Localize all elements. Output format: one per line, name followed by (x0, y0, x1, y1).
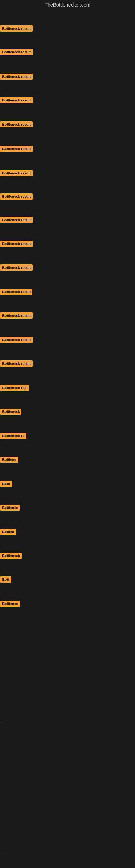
bottleneck-label: Bottleneck result (0, 170, 33, 176)
bottleneck-label: Bottlenec (0, 600, 20, 607)
bottleneck-badge-item[interactable]: Bottleneck result (0, 121, 33, 129)
bottleneck-label: Bottleneck re (0, 433, 27, 439)
bottleneck-label: Bottleneck result (0, 26, 33, 32)
bottleneck-badge-item[interactable]: Bottleneck re (0, 433, 27, 440)
bottleneck-badge-item[interactable]: Bott (0, 577, 11, 584)
bottleneck-label: Bottleneck result (0, 193, 33, 199)
bottleneck-label: Bottlenec (0, 504, 20, 511)
bottleneck-badge-item[interactable]: Bottleneck result (0, 361, 33, 368)
bottleneck-badge-item[interactable]: Bottleneck result (0, 170, 33, 177)
bottleneck-label: Bottl (0, 480, 12, 487)
bottleneck-badge-item[interactable]: Bottleneck (0, 553, 21, 560)
bottleneck-badge-item[interactable]: Bottleneck result (0, 217, 33, 224)
bottleneck-label: Bottleneck res (0, 384, 29, 391)
bottleneck-label: Bottleneck (0, 408, 21, 415)
bottleneck-label: Bottleneck result (0, 289, 32, 295)
bottleneck-label: Bottleneck result (0, 361, 33, 367)
bottleneck-badge-item[interactable]: Bottlenec (0, 504, 20, 512)
bottleneck-badge-item[interactable]: Bottleneck result (0, 289, 32, 296)
bottleneck-label: Bottleneck result (0, 121, 33, 127)
bottleneck-badge-item[interactable]: Bottleneck result (0, 265, 33, 272)
bottleneck-label: Bottlen (0, 529, 16, 535)
bottleneck-label: Bottleneck result (0, 241, 33, 247)
bottleneck-badge-item[interactable]: Bottl (0, 480, 12, 488)
bottleneck-badge-item[interactable]: Bottleneck result (0, 26, 33, 33)
bottleneck-label: Bottleneck result (0, 73, 33, 80)
bottleneck-badge-item[interactable]: Bottleneck result (0, 97, 33, 104)
bottleneck-badge-item[interactable]: Bottleneck result (0, 49, 33, 56)
bottleneck-badge-item[interactable]: Bottlenec (0, 600, 20, 608)
bottleneck-badge-item[interactable]: Bottleneck result (0, 73, 33, 81)
bottleneck-badge-item[interactable]: Bottleneck result (0, 146, 33, 153)
bottleneck-label: Bottleneck result (0, 312, 33, 319)
bottleneck-label: Bottleneck result (0, 337, 33, 343)
bottleneck-badge-item[interactable]: Bottleneck result (0, 193, 33, 201)
bottleneck-label: Bottlene (0, 457, 18, 463)
bottleneck-label: Bottleneck result (0, 217, 33, 223)
bottleneck-label: Bottleneck result (0, 146, 33, 152)
site-title: TheBottlenecker.com (0, 0, 135, 10)
bottleneck-badge-item[interactable]: Bottleneck (0, 408, 21, 416)
bottleneck-label: Bottleneck (0, 553, 21, 559)
bottleneck-label: Bott (0, 577, 11, 583)
bottleneck-label: Bottleneck result (0, 49, 33, 55)
bottleneck-badge-item[interactable]: Bottleneck result (0, 312, 33, 320)
bottleneck-badge-item[interactable]: Bottleneck result (0, 337, 33, 344)
mark-indicator: ... (1, 851, 3, 855)
bottleneck-label: Bottleneck result (0, 97, 33, 103)
bottleneck-badge-item[interactable]: Bottleneck result (0, 241, 33, 248)
bottleneck-badge-item[interactable]: Bottlene (0, 457, 18, 464)
bottleneck-badge-item[interactable]: Bottleneck res (0, 384, 29, 392)
bottleneck-label: Bottleneck result (0, 265, 33, 271)
bottleneck-badge-item[interactable]: Bottlen (0, 529, 16, 536)
mark-indicator: | (1, 721, 1, 724)
